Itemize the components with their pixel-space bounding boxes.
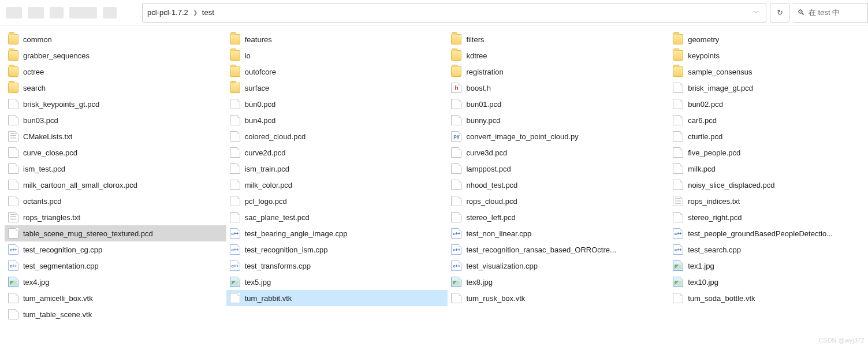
file-item[interactable]: hboost.h	[448, 80, 669, 96]
file-item[interactable]: bun4.pcd	[226, 112, 448, 128]
folder-item[interactable]: sample_consensus	[669, 64, 868, 80]
file-item[interactable]: rops_indices.txt	[669, 193, 868, 209]
file-icon	[8, 163, 18, 174]
file-item[interactable]: c++test_visualization.cpp	[448, 258, 669, 274]
folder-item[interactable]: search	[5, 80, 226, 96]
file-item[interactable]: pcl_logo.pcd	[226, 193, 448, 209]
file-item[interactable]: table_scene_mug_stereo_textured.pcd	[5, 225, 226, 241]
file-item[interactable]: milk_cartoon_all_small_clorox.pcd	[5, 177, 226, 193]
file-item[interactable]: tex5.jpg	[226, 274, 448, 290]
item-label: tum_rabbit.vtk	[245, 294, 292, 303]
file-item[interactable]: CMakeLists.txt	[5, 128, 226, 144]
item-label: test_people_groundBasedPeopleDetectio...	[688, 229, 833, 238]
file-item[interactable]: c++test_people_groundBasedPeopleDetectio…	[669, 225, 868, 241]
nav-buttons-obscured	[0, 0, 139, 25]
file-item[interactable]: tex10.jpg	[669, 274, 868, 290]
folder-item[interactable]: geometry	[669, 31, 868, 47]
file-item[interactable]: c++test_non_linear.cpp	[448, 225, 669, 241]
file-item[interactable]: cturtle.pcd	[669, 128, 868, 144]
item-label: curve_close.pcd	[23, 148, 77, 157]
breadcrumb-segment[interactable]: pcl-pcl-1.7.2	[147, 8, 188, 17]
file-item[interactable]: tum_rabbit.vtk	[226, 290, 448, 306]
file-item[interactable]: lamppost.pcd	[448, 161, 669, 177]
file-item[interactable]: pyconvert_image_to_point_cloud.py	[448, 128, 669, 144]
breadcrumb-segment[interactable]: test	[202, 8, 214, 17]
file-icon	[451, 99, 461, 109]
item-label: test_transforms.cpp	[245, 262, 311, 270]
file-item[interactable]: bun02.pcd	[669, 96, 868, 112]
cpp-icon: c++	[673, 244, 683, 255]
cpp-icon: c++	[230, 244, 240, 255]
file-item[interactable]: curve2d.pcd	[226, 144, 448, 161]
file-item[interactable]: stereo_right.pcd	[669, 209, 868, 225]
folder-item[interactable]: filters	[448, 31, 669, 47]
file-item[interactable]: octants.pcd	[5, 193, 226, 209]
item-label: grabber_sequences	[23, 51, 90, 60]
folder-item[interactable]: kdtree	[448, 47, 669, 64]
jpg-icon	[673, 277, 683, 287]
file-item[interactable]: milk.pcd	[669, 161, 868, 177]
item-label: CMakeLists.txt	[23, 132, 72, 141]
file-item[interactable]: c++test_segmentation.cpp	[5, 258, 226, 274]
file-item[interactable]: ism_test.pcd	[5, 161, 226, 177]
file-item[interactable]: tum_amicelli_box.vtk	[5, 290, 226, 306]
file-icon	[8, 147, 18, 158]
file-item[interactable]: c++test_recognition_ransac_based_ORROctr…	[448, 241, 669, 258]
chevron-down-icon[interactable]: ﹀	[751, 6, 761, 19]
file-item[interactable]: curve_close.pcd	[5, 144, 226, 161]
item-label: common	[23, 35, 52, 44]
file-item[interactable]: car6.pcd	[669, 112, 868, 128]
file-item[interactable]: tex4.jpg	[5, 274, 226, 290]
file-item[interactable]: ism_train.pcd	[226, 161, 448, 177]
file-item[interactable]: bun03.pcd	[5, 112, 226, 128]
file-item[interactable]: brisk_image_gt.pcd	[669, 80, 868, 96]
file-item[interactable]: rops_triangles.txt	[5, 209, 226, 225]
folder-item[interactable]: features	[226, 31, 448, 47]
cpp-icon: c++	[230, 228, 240, 239]
folder-item[interactable]: common	[5, 31, 226, 47]
file-icon	[230, 180, 240, 190]
file-item[interactable]: sac_plane_test.pcd	[226, 209, 448, 225]
file-item[interactable]: tum_table_scene.vtk	[5, 306, 226, 322]
item-label: tum_table_scene.vtk	[23, 310, 92, 319]
folder-item[interactable]: octree	[5, 64, 226, 80]
item-label: bun03.pcd	[23, 116, 58, 125]
item-label: octants.pcd	[23, 197, 62, 206]
search-input[interactable]: 🔍︎ 在 test 中	[793, 3, 868, 23]
folder-item[interactable]: surface	[226, 80, 448, 96]
folder-item[interactable]: registration	[448, 64, 669, 80]
file-item[interactable]: curve3d.pcd	[448, 144, 669, 161]
file-item[interactable]: c++test_search.cpp	[669, 241, 868, 258]
file-item[interactable]: bunny.pcd	[448, 112, 669, 128]
file-item[interactable]: c++test_recognition_cg.cpp	[5, 241, 226, 258]
item-label: keypoints	[688, 51, 720, 60]
file-item[interactable]: tum_rusk_box.vtk	[448, 290, 669, 306]
file-item[interactable]: tex1.jpg	[669, 258, 868, 274]
file-item[interactable]: stereo_left.pcd	[448, 209, 669, 225]
item-label: test_bearing_angle_image.cpp	[245, 229, 348, 238]
file-item[interactable]: c++test_bearing_angle_image.cpp	[226, 225, 448, 241]
item-label: tex1.jpg	[688, 262, 714, 270]
file-item[interactable]: five_people.pcd	[669, 144, 868, 161]
file-item[interactable]: bun0.pcd	[226, 96, 448, 112]
folder-item[interactable]: outofcore	[226, 64, 448, 80]
file-item[interactable]: bun01.pcd	[448, 96, 669, 112]
py-icon: py	[451, 131, 461, 142]
file-item[interactable]: noisy_slice_displaced.pcd	[669, 177, 868, 193]
file-item[interactable]: nhood_test.pcd	[448, 177, 669, 193]
file-item[interactable]: c++test_transforms.cpp	[226, 258, 448, 274]
address-bar[interactable]: pcl-pcl-1.7.2 ❯ test ﹀	[142, 3, 766, 23]
file-item[interactable]: c++test_recognition_ism.cpp	[226, 241, 448, 258]
file-item[interactable]: brisk_keypoints_gt.pcd	[5, 96, 226, 112]
file-item[interactable]: tex8.jpg	[448, 274, 669, 290]
folder-item[interactable]: grabber_sequences	[5, 47, 226, 64]
folder-icon	[673, 66, 683, 77]
folder-item[interactable]: keypoints	[669, 47, 868, 64]
file-item[interactable]: milk_color.pcd	[226, 177, 448, 193]
refresh-button[interactable]: ↻	[770, 3, 789, 23]
search-placeholder: 在 test 中	[809, 8, 840, 18]
file-item[interactable]: rops_cloud.pcd	[448, 193, 669, 209]
folder-item[interactable]: io	[226, 47, 448, 64]
file-item[interactable]: colored_cloud.pcd	[226, 128, 448, 144]
file-item[interactable]: tum_soda_bottle.vtk	[669, 290, 868, 306]
